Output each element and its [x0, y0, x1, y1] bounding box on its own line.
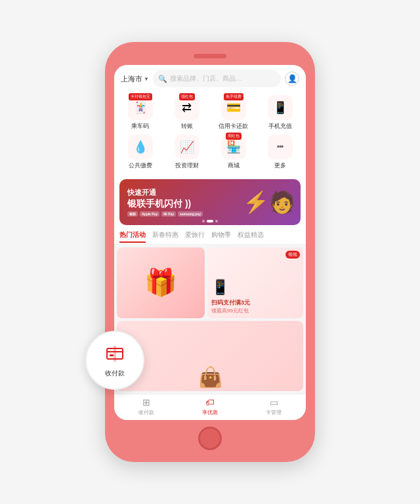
banner-dot-3: [215, 220, 218, 222]
tab-shopping[interactable]: 购物季: [211, 230, 231, 243]
action-label-utility: 公共缴费: [129, 161, 152, 170]
content-card-gift[interactable]: 🎁: [117, 247, 205, 318]
action-icon-transfer: ⇄ 领红包: [175, 95, 200, 120]
nav-item-card-mgmt[interactable]: ▭ 卡管理: [266, 397, 282, 416]
content-card-qr[interactable]: 领领 📱 扫码支付满3元 领最高99元红包: [207, 247, 303, 318]
phone-speaker: [194, 54, 226, 58]
phone-home-button[interactable]: [198, 427, 222, 450]
action-icon-invest: 📈: [175, 135, 200, 159]
header: 上海市 ▼ 🔍 搜索品牌、门店、商品… 👤: [114, 65, 306, 91]
bag-icon: 👜: [198, 366, 222, 388]
location-button[interactable]: 上海市 ▼: [121, 74, 149, 84]
recharge-icon: 📱: [273, 100, 287, 115]
invest-icon: 📈: [180, 140, 194, 154]
search-bar[interactable]: 🔍 搜索品牌、门店、商品…: [153, 70, 281, 87]
action-label-invest: 投资理财: [175, 161, 199, 170]
mall-icon: 🏪: [226, 140, 241, 154]
action-label-transfer: 转账: [181, 122, 193, 131]
nav-label-pay: 收付款: [138, 409, 154, 416]
action-badge-credit: 免手续费: [224, 93, 243, 100]
action-invest[interactable]: 📈 投资理财: [169, 135, 205, 170]
content-tabs: 热门活动 新春特惠 爱旅行 购物季 权益精选: [114, 228, 306, 245]
action-transfer[interactable]: ⇄ 领红包 转账: [169, 95, 205, 131]
search-placeholder: 搜索品牌、门店、商品…: [170, 74, 242, 83]
svg-rect-2: [110, 354, 114, 356]
action-credit[interactable]: 💳 免手续费 信用卡还款: [215, 95, 252, 131]
card-code-icon: 🃏: [133, 100, 148, 115]
banner-dots: [202, 220, 218, 222]
banner-dot-2: [207, 220, 213, 222]
action-icon-card-code: 🃏 卡付钱包宝: [128, 95, 153, 120]
benefits-nav-icon: 🏷: [205, 397, 215, 408]
promotion-banner[interactable]: 快速开通 银联手机闪付 )) 银联 Apple Pay Mi Pay samsu…: [119, 179, 301, 225]
tab-spring-deals[interactable]: 新春特惠: [152, 230, 178, 243]
gift-icon: 🎁: [144, 267, 177, 298]
actions-row-2: 💧 公共缴费 📈 投资理财 🏪 周红包: [117, 135, 303, 170]
actions-row-1: 🃏 卡付钱包宝 乘车码 ⇄ 领红包 转账 💳: [117, 95, 303, 131]
banner-dot-1: [202, 220, 205, 222]
action-badge-mall: 周红包: [226, 133, 242, 140]
nav-label-benefits: 享优惠: [202, 409, 218, 416]
card-right-title: 扫码支付满3元: [211, 299, 250, 307]
banner-logo-mi: Mi Pay: [161, 211, 176, 217]
transfer-icon: ⇄: [182, 100, 192, 115]
nav-item-pay[interactable]: ⊞ 收付款: [138, 397, 154, 416]
floating-pay-label: 收付款: [105, 369, 125, 378]
action-label-card-code: 乘车码: [131, 122, 149, 131]
action-icon-mall: 🏪 周红包: [221, 135, 246, 159]
card-mgmt-nav-icon: ▭: [270, 397, 278, 408]
search-icon: 🔍: [158, 75, 167, 83]
nav-item-benefits[interactable]: 🏷 享优惠: [202, 397, 218, 416]
action-label-mall: 商城: [228, 161, 240, 170]
floating-pay-icon: [104, 343, 125, 368]
action-card-code[interactable]: 🃏 卡付钱包宝 乘车码: [122, 95, 159, 131]
action-badge-transfer: 领红包: [179, 93, 195, 100]
pay-nav-icon: ⊞: [142, 397, 150, 408]
action-icon-recharge: 📱: [268, 95, 293, 120]
banner-title: 快速开通: [127, 188, 203, 198]
tab-travel[interactable]: 爱旅行: [185, 230, 205, 243]
action-label-credit: 信用卡还款: [219, 122, 248, 131]
banner-logo-unionpay: 银联: [127, 211, 138, 217]
banner-deco-icon: ⚡🧑: [243, 190, 295, 215]
banner-logos: 银联 Apple Pay Mi Pay samsung pay: [127, 211, 203, 217]
action-mall[interactable]: 🏪 周红包 商城: [215, 135, 252, 170]
utility-icon: 💧: [133, 140, 148, 154]
floating-pay-button[interactable]: 收付款: [85, 331, 144, 390]
action-label-recharge: 手机充值: [268, 122, 292, 131]
banner-logo-samsung: samsung pay: [178, 211, 203, 217]
tab-benefits[interactable]: 权益精选: [238, 230, 264, 243]
svg-rect-0: [107, 348, 123, 359]
more-dots-icon: •••: [277, 142, 284, 152]
content-row-bottom: 👜: [117, 321, 303, 392]
action-label-more: 更多: [274, 161, 286, 170]
phone-shell: 上海市 ▼ 🔍 搜索品牌、门店、商品… 👤 🃏 卡付钱包宝: [105, 42, 315, 462]
action-icon-credit: 💳 免手续费: [221, 95, 246, 120]
content-row-top: 🎁 领领 📱 扫码支付满3元 领最高99元红包: [117, 247, 303, 318]
action-more[interactable]: ••• 更多: [262, 135, 299, 170]
credit-icon: 💳: [226, 100, 241, 115]
card-badge-claim: 领领: [285, 251, 300, 259]
action-utility[interactable]: 💧 公共缴费: [122, 135, 159, 170]
tab-hot-activities[interactable]: 热门活动: [119, 230, 146, 243]
action-icon-more: •••: [268, 135, 293, 159]
banner-logo-apple: Apple Pay: [140, 211, 159, 217]
location-text: 上海市: [121, 74, 142, 84]
quick-actions: 🃏 卡付钱包宝 乘车码 ⇄ 领红包 转账 💳: [114, 91, 306, 177]
banner-subtitle: 银联手机闪付 )): [127, 198, 203, 209]
chevron-down-icon: ▼: [144, 76, 149, 82]
content-card-bag[interactable]: 👜: [117, 321, 303, 392]
qr-code-icon: 📱: [211, 279, 229, 296]
nav-label-card-mgmt: 卡管理: [266, 409, 282, 416]
action-recharge[interactable]: 📱 手机充值: [262, 95, 299, 131]
action-icon-utility: 💧: [128, 135, 153, 159]
banner-text-block: 快速开通 银联手机闪付 )) 银联 Apple Pay Mi Pay samsu…: [127, 188, 203, 217]
action-badge-card: 卡付钱包宝: [129, 93, 152, 100]
user-avatar-icon[interactable]: 👤: [285, 72, 299, 86]
content-area: 🎁 领领 📱 扫码支付满3元 领最高99元红包 👜: [114, 245, 306, 394]
bottom-nav: ⊞ 收付款 🏷 享优惠 ▭ 卡管理: [114, 394, 306, 420]
card-right-sub: 领最高99元红包: [211, 307, 249, 314]
